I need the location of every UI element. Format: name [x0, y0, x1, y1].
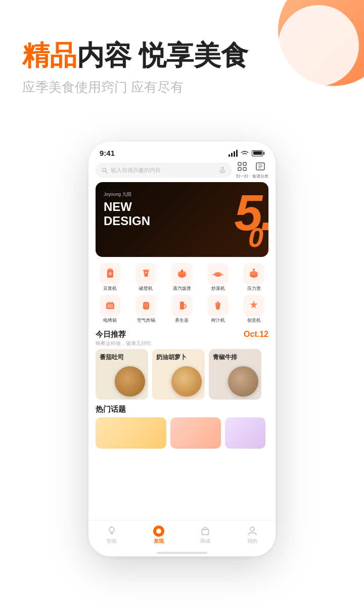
- phone-notch: [152, 142, 212, 155]
- hero-title: 精品内容 悦享美食: [22, 40, 344, 70]
- cat-blender-icon: [135, 263, 157, 284]
- hot-topics-title: 热门话题: [96, 405, 268, 414]
- cat-kettle-icon: [171, 295, 193, 316]
- status-time: 9:41: [100, 149, 115, 157]
- nav-discover[interactable]: 发现: [153, 526, 164, 545]
- cat-pressure-label: 压力煲: [247, 285, 261, 292]
- cat-juicer-icon: [207, 295, 229, 316]
- hot-card-3[interactable]: [225, 417, 265, 449]
- food-card-1-img: [115, 366, 145, 397]
- svg-point-14: [109, 272, 112, 275]
- cat-airfryer-label: 空气炸锅: [137, 317, 155, 324]
- food-card-2-img: [171, 366, 202, 397]
- cat-pressure[interactable]: 压力煲: [237, 263, 271, 292]
- cat-oven-icon: [100, 295, 121, 316]
- cat-soymilk[interactable]: 豆浆机: [93, 263, 127, 292]
- cat-airfryer[interactable]: 空气炸锅: [128, 295, 163, 324]
- cat-rice[interactable]: 蒸汽饭煲: [164, 263, 199, 292]
- recipe-action[interactable]: 食谱分类: [252, 161, 268, 179]
- svg-rect-35: [145, 308, 148, 309]
- cat-wok-icon: [207, 263, 229, 284]
- svg-point-31: [109, 302, 111, 304]
- cat-blender-label: 破壁机: [139, 285, 153, 292]
- cat-oven[interactable]: 电烤箱: [93, 295, 127, 324]
- search-row: 输入你感兴趣的内容 扫一扫 食谱分类: [88, 159, 276, 181]
- cat-juicer-label: 榨汁机: [211, 317, 225, 324]
- banner-heading: NEW DESIGN: [104, 200, 150, 228]
- recommend-header-left: 今日推荐 晚餐这样做，健康又好吃: [96, 330, 151, 347]
- svg-point-32: [111, 302, 113, 304]
- recommend-subtitle: 晚餐这样做，健康又好吃: [96, 340, 151, 347]
- cat-juicer[interactable]: 榨汁机: [201, 295, 236, 324]
- cat-wok-label: 炒菜机: [211, 285, 225, 292]
- svg-rect-7: [243, 167, 246, 170]
- scan-icon: [237, 161, 247, 171]
- recommend-title: 今日推荐: [96, 330, 151, 339]
- banner-text: Joyoung 九阳 NEW DESIGN: [104, 191, 150, 228]
- nav-mine-label: 我的: [247, 538, 257, 545]
- hero-subtitle: 应季美食使用窍门 应有尽有: [22, 78, 344, 96]
- svg-rect-37: [217, 301, 218, 303]
- recipe-icon: [255, 161, 265, 171]
- cat-wok[interactable]: 炒菜机: [201, 263, 236, 292]
- svg-line-1: [106, 171, 107, 173]
- home-indicator: [157, 552, 207, 554]
- nav-discover-label: 发现: [154, 538, 164, 545]
- nav-mall[interactable]: 商城: [200, 526, 211, 545]
- cat-kettle-label: 养生壶: [175, 317, 189, 324]
- wifi-icon: [240, 150, 249, 157]
- recipe-label: 食谱分类: [252, 174, 268, 179]
- svg-point-23: [214, 272, 221, 275]
- hero-highlight: 精品: [22, 40, 77, 70]
- search-box[interactable]: 输入你感兴趣的内容: [96, 163, 232, 178]
- svg-rect-13: [108, 269, 112, 271]
- svg-rect-19: [181, 270, 183, 272]
- svg-rect-29: [107, 304, 113, 308]
- food-card-3-title: 青椒牛排: [213, 353, 237, 362]
- nav-mine-icon: [247, 526, 258, 537]
- cat-soymilk-icon: [100, 263, 121, 284]
- nav-mall-label: 商城: [200, 538, 210, 545]
- search-placeholder: 输入你感兴趣的内容: [111, 166, 216, 174]
- hot-card-1[interactable]: [96, 417, 166, 449]
- svg-rect-6: [238, 167, 241, 170]
- cat-oven-label: 电烤箱: [103, 317, 117, 324]
- hot-card-2[interactable]: [170, 417, 221, 449]
- nav-smart[interactable]: 智能: [106, 526, 117, 545]
- svg-point-27: [253, 269, 255, 271]
- nav-mine[interactable]: 我的: [247, 526, 258, 545]
- search-icon: [102, 167, 108, 174]
- food-card-2[interactable]: 奶油胡萝卜: [152, 349, 205, 400]
- scan-label: 扫一扫: [236, 174, 248, 179]
- scan-action[interactable]: 扫一扫: [236, 161, 248, 179]
- cat-airfryer-icon: [135, 295, 157, 316]
- cat-soymilk-label: 豆浆机: [103, 285, 117, 292]
- food-card-3-img: [228, 366, 258, 397]
- category-grid-row1: 豆浆机 破壁机 蒸汽饭煲 炒菜机 压力煲: [88, 260, 276, 292]
- mic-icon: [219, 167, 226, 174]
- svg-rect-2: [221, 167, 223, 171]
- food-card-3[interactable]: 青椒牛排: [209, 349, 261, 400]
- hero-section: 精品内容 悦享美食 应季美食使用窍门 应有尽有: [22, 40, 344, 96]
- svg-point-0: [103, 168, 106, 171]
- nav-smart-icon: [106, 526, 117, 537]
- battery-icon: [252, 150, 264, 156]
- cat-rice-icon: [171, 263, 193, 284]
- svg-point-30: [107, 302, 109, 304]
- cat-blender[interactable]: 破壁机: [128, 263, 163, 292]
- cat-kettle[interactable]: 养生壶: [164, 295, 199, 324]
- hot-cards: [96, 417, 268, 449]
- bottom-nav: 智能 发现 商城 我的: [88, 520, 276, 556]
- signal-icon: [229, 150, 238, 157]
- nav-smart-label: 智能: [107, 538, 117, 545]
- category-grid-row2: 电烤箱 空气炸锅 养生壶 榨汁机: [88, 292, 276, 326]
- recommend-header: 今日推荐 晚餐这样做，健康又好吃 Oct.12: [88, 326, 276, 349]
- svg-point-38: [109, 527, 114, 532]
- phone-mockup: 9:41: [88, 142, 276, 556]
- cat-creative[interactable]: 创意机: [237, 295, 271, 324]
- food-card-2-title: 奶油胡萝卜: [156, 353, 187, 362]
- svg-rect-34: [144, 303, 148, 307]
- banner-version-decimal: 0: [248, 224, 263, 251]
- cat-creative-icon: [243, 295, 264, 316]
- food-card-1[interactable]: 番茄吐司: [96, 349, 148, 400]
